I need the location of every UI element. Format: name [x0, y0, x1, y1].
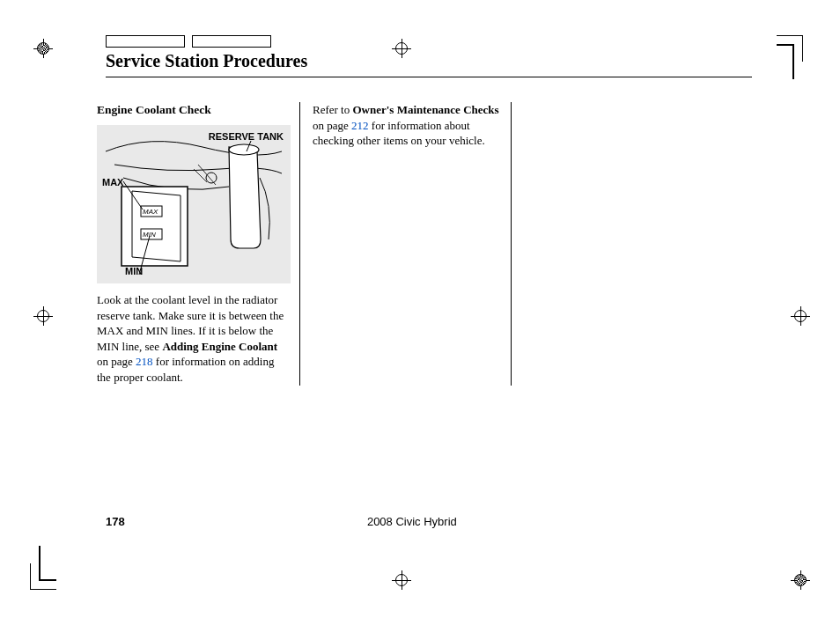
print-mark-icon — [791, 306, 810, 326]
svg-text:MAX: MAX — [143, 208, 158, 216]
print-mark-icon — [33, 306, 53, 326]
page-title: Service Station Procedures — [106, 51, 752, 77]
page-content: Service Station Procedures Engine Coolan… — [88, 35, 752, 590]
crop-mark-icon — [39, 546, 56, 581]
engine-line-art-icon: MAX MIN — [97, 125, 291, 283]
coolant-diagram: RESERVE TANK MAX MIN M — [97, 125, 291, 283]
page-link-212[interactable]: 212 — [351, 119, 369, 132]
page-link-218[interactable]: 218 — [136, 355, 153, 368]
text: on page — [97, 355, 136, 368]
page-footer: 178 2008 Civic Hybrid — [106, 515, 734, 528]
footer-vehicle: 2008 Civic Hybrid — [90, 515, 734, 528]
svg-rect-2 — [122, 187, 188, 266]
column-2: Refer to Owner's Maintenance Checks on p… — [299, 102, 511, 386]
text: Refer to — [313, 103, 352, 116]
column-3-empty — [511, 102, 722, 386]
svg-point-0 — [229, 144, 259, 155]
svg-point-9 — [206, 173, 217, 183]
header-box — [192, 35, 271, 48]
coolant-paragraph: Look at the coolant level in the radiato… — [97, 292, 291, 385]
header-placeholder-boxes — [106, 35, 752, 48]
section-heading: Engine Coolant Check — [97, 102, 291, 118]
print-mark-icon — [33, 39, 53, 58]
maintenance-paragraph: Refer to Owner's Maintenance Checks on p… — [313, 102, 502, 149]
text: on page — [313, 119, 351, 132]
bold-text: Adding Engine Coolant — [162, 340, 277, 353]
column-1: Engine Coolant Check RESERVE TANK MAX MI… — [88, 102, 299, 386]
print-mark-icon — [791, 570, 810, 590]
bold-text: Owner's Maintenance Checks — [352, 103, 498, 116]
header-box — [106, 35, 185, 48]
crop-mark-icon — [777, 44, 794, 79]
content-columns: Engine Coolant Check RESERVE TANK MAX MI… — [88, 102, 752, 386]
